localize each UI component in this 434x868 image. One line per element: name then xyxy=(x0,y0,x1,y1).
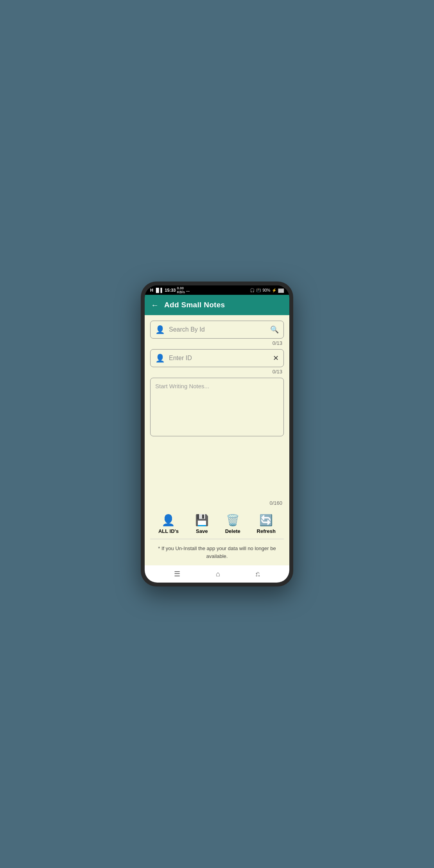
refresh-icon: 🔄 xyxy=(259,514,273,527)
signal-bars: ▐▌▌ xyxy=(154,288,163,292)
warning-text: * If you Un-Install the app your data wi… xyxy=(150,543,284,561)
vibrate-icon: 📳 xyxy=(256,288,261,292)
search-field-container: 👤 🔍 xyxy=(150,321,284,339)
notes-char-count: 0/160 xyxy=(150,500,284,506)
main-content: 👤 🔍 0/13 👤 ✕ 0/13 0/160 xyxy=(145,315,289,565)
id-wrapper: 👤 ✕ xyxy=(150,349,284,367)
notes-textarea[interactable] xyxy=(150,378,284,436)
search-wrapper: 👤 🔍 xyxy=(150,321,284,339)
person-icon-search: 👤 xyxy=(155,325,165,334)
nav-bar: ☰ ⌂ ⎌ xyxy=(145,565,289,583)
delete-button[interactable]: 🗑️ Delete xyxy=(222,512,244,536)
status-bar: H ▐▌▌ 15:33 0.00KB/s ... 🎧 📳 90% ⚡ ▓▓ xyxy=(145,285,289,295)
app-bar: ← Add Small Notes xyxy=(145,295,289,315)
action-buttons: 👤 ALL ID's 💾 Save 🗑️ Delete 🔄 Refresh xyxy=(150,510,284,539)
delete-label: Delete xyxy=(225,528,240,534)
nav-home-icon[interactable]: ⌂ xyxy=(216,570,220,578)
refresh-label: Refresh xyxy=(257,528,276,534)
all-ids-button[interactable]: 👤 ALL ID's xyxy=(155,512,182,536)
id-field-container: 👤 ✕ xyxy=(150,349,284,367)
back-button[interactable]: ← xyxy=(151,301,159,310)
search-icon[interactable]: 🔍 xyxy=(270,325,279,334)
nav-menu-icon[interactable]: ☰ xyxy=(174,570,180,578)
search-input[interactable] xyxy=(169,326,266,333)
data-speed: 0.00KB/s xyxy=(177,286,185,294)
delete-icon: 🗑️ xyxy=(226,514,240,527)
save-button[interactable]: 💾 Save xyxy=(192,512,212,536)
id-input[interactable] xyxy=(169,355,269,362)
charging-icon: ⚡ xyxy=(272,288,276,292)
search-char-count: 0/13 xyxy=(150,340,284,346)
more-dots: ... xyxy=(186,288,190,292)
app-title: Add Small Notes xyxy=(164,301,225,309)
time: 15:33 xyxy=(165,288,176,292)
clear-icon[interactable]: ✕ xyxy=(273,354,279,362)
headphone-icon: 🎧 xyxy=(250,288,255,292)
battery-percent: 90% xyxy=(262,288,270,292)
id-char-count: 0/13 xyxy=(150,369,284,375)
save-icon: 💾 xyxy=(195,514,209,527)
save-label: Save xyxy=(196,528,208,534)
person-icon-id: 👤 xyxy=(155,353,165,363)
status-right: 🎧 📳 90% ⚡ ▓▓ xyxy=(250,288,284,292)
all-ids-label: ALL ID's xyxy=(158,528,179,534)
network-indicator: H xyxy=(150,288,153,292)
refresh-button[interactable]: 🔄 Refresh xyxy=(254,512,279,536)
nav-back-icon[interactable]: ⎌ xyxy=(256,570,260,578)
notes-wrapper xyxy=(150,378,284,499)
status-left: H ▐▌▌ 15:33 0.00KB/s ... xyxy=(150,286,190,294)
battery-icon: ▓▓ xyxy=(278,288,284,292)
all-ids-icon: 👤 xyxy=(161,514,175,527)
